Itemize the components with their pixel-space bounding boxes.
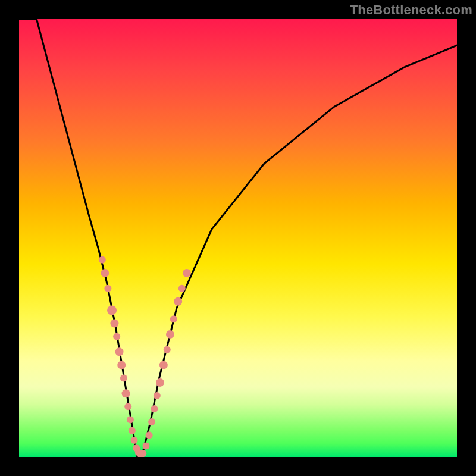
marker-dot: [104, 285, 111, 292]
marker-dot: [170, 315, 177, 322]
marker-dot: [156, 378, 164, 387]
marker-dot: [154, 392, 161, 399]
marker-dot: [117, 361, 126, 369]
marker-dot: [101, 269, 109, 277]
watermark-text: TheBottleneck.com: [350, 2, 472, 18]
marker-dot: [107, 305, 117, 315]
marker-dot: [115, 347, 124, 356]
bottleneck-curve: [19, 19, 457, 457]
plot-area: [19, 19, 457, 457]
marker-dot: [124, 403, 131, 410]
marker-dot: [174, 298, 182, 306]
marker-dot: [164, 346, 171, 353]
curve-path: [19, 19, 457, 457]
marker-dot: [120, 375, 127, 382]
highlight-dots: [99, 256, 191, 457]
marker-dot: [122, 389, 130, 397]
marker-dot: [139, 450, 146, 457]
marker-dot: [151, 405, 158, 412]
marker-dot: [127, 416, 134, 423]
outer-frame: TheBottleneck.com: [0, 0, 476, 476]
marker-dot: [146, 431, 153, 439]
marker-dot: [113, 333, 120, 340]
marker-dot: [148, 418, 155, 425]
marker-dot: [142, 443, 149, 450]
marker-dot: [99, 256, 106, 264]
marker-dot: [178, 285, 186, 292]
marker-dot: [129, 427, 136, 434]
marker-dot: [131, 437, 138, 444]
marker-dot: [110, 320, 118, 328]
marker-dot: [159, 361, 168, 369]
chart-svg: [19, 19, 457, 457]
marker-dot: [183, 269, 191, 277]
marker-dot: [166, 330, 174, 339]
